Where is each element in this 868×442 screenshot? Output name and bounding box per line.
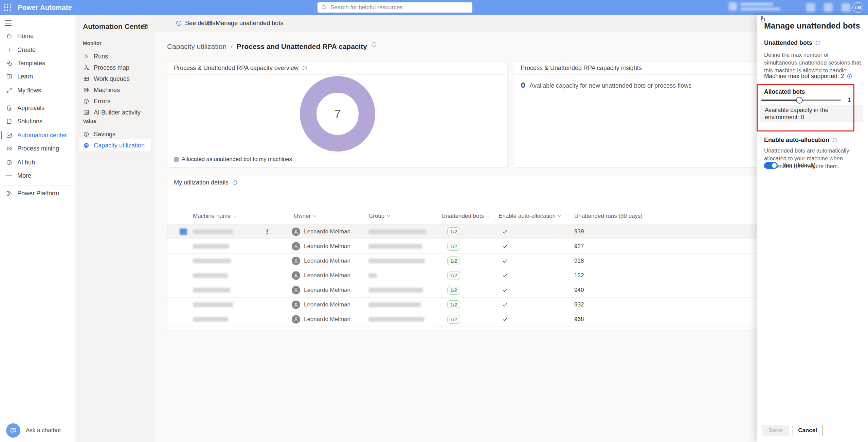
nav-item-runs[interactable]: Runs [79, 50, 151, 63]
sidebar-item-my-flows[interactable]: My flows [0, 84, 75, 97]
info-icon[interactable] [847, 73, 852, 79]
cancel-button[interactable]: Cancel [793, 425, 822, 436]
nav-item-work-queues[interactable]: Work queues [79, 73, 151, 85]
owner-avatar [292, 301, 300, 309]
page-title: Process and Unattended RPA capacity [237, 42, 367, 51]
unattended-bots-badge: 1/2 [447, 242, 460, 251]
save-button[interactable]: Save [762, 425, 789, 436]
column-header-machine-name[interactable]: Machine name [193, 213, 237, 219]
sidebar-item-solutions[interactable]: Solutions [0, 114, 75, 128]
table-body: ⋮ Leonardo Melman 1/2 939 ⋮ Leonardo Mel… [167, 224, 770, 326]
machine-name-redacted [193, 288, 230, 293]
person-icon [293, 273, 299, 278]
nav-panel-title: Automation Center [83, 22, 147, 31]
column-header-unattended-bots[interactable]: Unattended bots [441, 213, 490, 219]
divider [757, 421, 868, 421]
app-title: Power Automate [18, 4, 72, 12]
row-menu-button[interactable]: ⋮ [264, 228, 271, 236]
card-title: Process & Unattended RPA capacity overvi… [174, 65, 299, 72]
person-icon [293, 244, 299, 249]
info-icon[interactable] [815, 40, 821, 46]
hamburger-menu-icon[interactable] [5, 20, 12, 26]
owner-name: Leonardo Melman [304, 301, 350, 308]
unattended-bots-badge: 1/2 [447, 286, 460, 295]
sidebar-item-process-mining[interactable]: Process mining [0, 142, 75, 155]
sidebar-item-create[interactable]: Create [0, 43, 75, 57]
app-screen: Power Automate LM Home Create Templates … [0, 0, 868, 442]
gauge-icon [83, 142, 90, 149]
environment-name-redacted [740, 3, 773, 6]
user-avatar[interactable]: LM [852, 2, 863, 13]
machine-name-redacted [193, 259, 231, 263]
sidebar-item-learn[interactable]: Learn [0, 70, 75, 83]
table-row[interactable]: ⋮ Leonardo Melman 1/2 918 [167, 253, 770, 268]
templates-icon [6, 60, 13, 67]
collapse-pane-icon[interactable] [142, 23, 148, 30]
nav-item-errors[interactable]: Errors [79, 95, 151, 107]
settings-icon[interactable] [806, 3, 815, 12]
column-header-auto-allocation[interactable]: Enable auto-allocation [499, 213, 562, 219]
breadcrumb-parent[interactable]: Capacity utilization [167, 42, 227, 51]
account-icon[interactable] [842, 3, 850, 12]
column-header-owner[interactable]: Owner [294, 213, 317, 219]
clipboard-check-icon [6, 105, 13, 111]
nav-item-capacity-utilization[interactable]: Capacity utilization [79, 139, 151, 152]
allocated-bots-slider[interactable] [761, 100, 841, 101]
divider [760, 127, 863, 127]
close-icon[interactable] [855, 23, 861, 30]
sidebar-item-approvals[interactable]: Approvals [0, 101, 75, 115]
search-box[interactable] [318, 2, 472, 13]
sidebar-item-templates[interactable]: Templates [0, 56, 75, 70]
owner-name: Leonardo Melman [304, 272, 350, 279]
table-row[interactable]: ⋮ Leonardo Melman 1/2 940 [167, 283, 770, 297]
sidebar-item-home[interactable]: Home [0, 29, 75, 43]
allocated-bots-label: Allocated bots [764, 88, 805, 95]
sidebar-item-ai-hub[interactable]: AI hub [0, 156, 75, 169]
nav-item-machines[interactable]: Machines [79, 84, 151, 96]
info-icon[interactable] [832, 137, 838, 143]
group-redacted [368, 317, 424, 322]
chevron-down-icon [558, 214, 562, 218]
unattended-bots-badge: 1/2 [447, 257, 460, 265]
machine-name-redacted [193, 302, 233, 307]
auto-allocation-toggle[interactable] [764, 162, 778, 169]
help-icon[interactable] [824, 3, 833, 12]
table-row[interactable]: ⋮ Leonardo Melman 1/2 939 [167, 224, 770, 239]
error-circle-icon [83, 98, 90, 105]
manage-unattended-bots-button[interactable]: Manage unattended bots [206, 15, 283, 32]
info-icon[interactable] [302, 65, 308, 71]
sidebar-item-power-platform[interactable]: Power Platform [0, 187, 75, 200]
panel-title: Manage unattended bots [764, 21, 860, 31]
slider-thumb[interactable] [796, 97, 803, 104]
table-header-row: Machine name Owner Group Unattended bots… [167, 209, 770, 224]
sidebar-item-more[interactable]: ···More [0, 169, 75, 182]
legend-swatch [174, 157, 179, 162]
machine-name-redacted [193, 317, 228, 322]
book-icon [6, 73, 13, 80]
chart-legend: Allocated as unattended bot to my machin… [174, 156, 292, 162]
group-redacted [368, 229, 426, 234]
card-header: My utilization details [167, 176, 770, 189]
table-row[interactable]: ⋮ Leonardo Melman 1/2 932 [167, 297, 770, 312]
group-redacted [368, 273, 377, 278]
nav-item-savings[interactable]: Savings [79, 128, 151, 140]
sidebar-item-automation-center[interactable]: Automation center [0, 128, 75, 142]
owner-name: Leonardo Melman [304, 316, 350, 323]
table-row[interactable]: ⋮ Leonardo Melman 1/2 927 [167, 239, 770, 253]
table-row[interactable]: ⋮ Leonardo Melman 1/2 152 [167, 268, 770, 283]
info-icon[interactable] [371, 41, 377, 47]
top-header: Power Automate LM [0, 0, 868, 15]
ask-chatbot-button[interactable]: Ask a chatbot [6, 423, 61, 438]
environment-selector[interactable] [729, 2, 780, 11]
nav-item-process-map[interactable]: Process map [79, 61, 151, 74]
environment-icon [729, 2, 737, 11]
search-input[interactable] [330, 4, 469, 11]
waffle-menu-icon[interactable] [4, 4, 12, 11]
table-row[interactable]: ⋮ Leonardo Melman 1/2 968 [167, 312, 770, 326]
bowtie-icon [6, 145, 13, 152]
runs-value: 968 [574, 316, 584, 323]
column-header-group[interactable]: Group [368, 213, 391, 219]
nav-item-ai-builder-activity[interactable]: AI Builder activity [79, 106, 151, 119]
info-icon[interactable] [232, 180, 238, 185]
check-icon [502, 316, 508, 323]
